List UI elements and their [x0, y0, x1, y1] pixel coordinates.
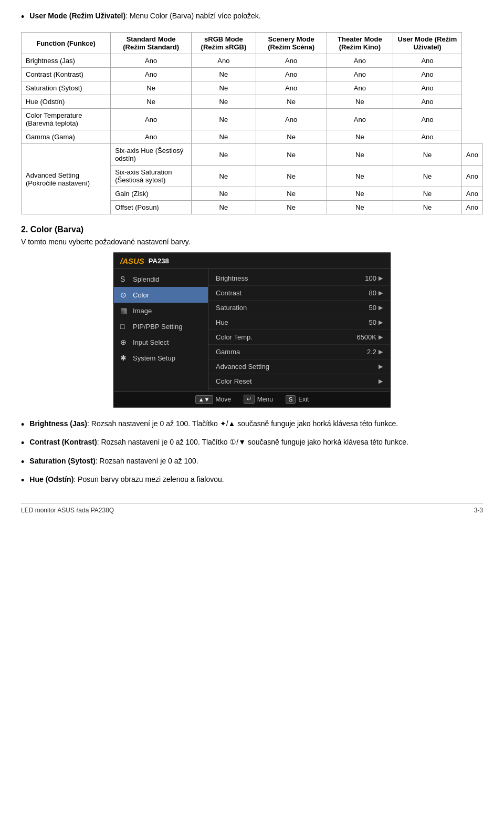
- cell-sub-srgb: Ne: [256, 187, 327, 201]
- cell-sub-scenery: Ne: [327, 144, 393, 166]
- osd-menu-icon: □: [120, 322, 129, 331]
- osd-menu-item-splendid[interactable]: SSplendid: [114, 271, 208, 287]
- osd-row-value: ▶: [379, 378, 383, 385]
- table-header-row: Function (Funkce) Standard Mode (Režim S…: [22, 33, 483, 54]
- bullet-dot: •: [21, 11, 24, 24]
- col-user: User Mode (Režim Uživatel): [393, 33, 462, 54]
- bullet-text: Brightness (Jas): Rozsah nastavení je 0 …: [29, 418, 483, 429]
- osd-content-row: Color Reset ▶: [208, 374, 390, 389]
- cell-sub-name: Gain (Zisk): [111, 187, 192, 201]
- osd-row-arrow: ▶: [379, 348, 383, 355]
- bottom-bullet-item: • Hue (Odstín): Posun barvy obrazu mezi …: [21, 474, 483, 487]
- osd-content: Brightness 100 ▶ Contrast 80 ▶ Saturatio…: [208, 269, 390, 391]
- osd-menu-item-image[interactable]: ▦Image: [114, 303, 208, 318]
- osd-menu-item-input-select[interactable]: ⊕Input Select: [114, 334, 208, 350]
- bullet-rest: : Posun barvy obrazu mezi zelenou a fial…: [74, 475, 224, 483]
- table-row: Brightness (Jas) Ano Ano Ano Ano Ano: [22, 54, 483, 68]
- cell-srgb: Ne: [192, 68, 256, 81]
- osd-footer-label: Exit: [298, 396, 309, 403]
- osd-row-label: Advanced Setting: [216, 363, 269, 370]
- osd-menu-icon: ✱: [120, 354, 129, 362]
- osd-menu-icon: ⊕: [120, 338, 129, 346]
- osd-row-value: 80 ▶: [369, 289, 383, 297]
- osd-header: /ASUS PA238: [114, 253, 390, 269]
- cell-user: Ano: [393, 130, 462, 144]
- osd-row-label: Color Temp.: [216, 333, 253, 341]
- cell-name: Saturation (Sytost): [22, 81, 111, 95]
- bottom-bullets-section: • Brightness (Jas): Rozsah nastavení je …: [21, 418, 483, 487]
- osd-footer-item: ▲▼Move: [195, 395, 231, 404]
- cell-scenery: Ne: [256, 130, 327, 144]
- cell-name: Brightness (Jas): [22, 54, 111, 68]
- intro-text: User Mode (Režim Uživatel): Menu Color (…: [29, 11, 483, 22]
- osd-menu-label: PIP/PBP Setting: [133, 323, 182, 331]
- osd-menu-label: Splendid: [133, 275, 160, 283]
- osd-footer-item: SExit: [286, 395, 309, 404]
- bottom-bullet-item: • Saturation (Sytost): Rozsah nastavení …: [21, 456, 483, 469]
- osd-menu-label: System Setup: [133, 354, 175, 362]
- osd-row-arrow: ▶: [379, 275, 383, 282]
- cell-sub-user: Ano: [461, 166, 482, 187]
- table-row: Gamma (Gama) Ano Ne Ne Ne Ano: [22, 130, 483, 144]
- osd-sidebar: SSplendid⊙Color▦Image□PIP/PBP Setting⊕In…: [114, 269, 208, 391]
- osd-value-text: 50: [369, 304, 376, 312]
- cell-user: Ano: [393, 95, 462, 109]
- cell-scenery: Ano: [256, 68, 327, 81]
- osd-value-text: 6500K: [356, 333, 376, 341]
- cell-sub-theater: Ne: [393, 201, 462, 214]
- osd-footer: ▲▼Move↵MenuSExit: [114, 391, 390, 407]
- bullet-dot: •: [21, 437, 24, 450]
- osd-row-value: 6500K ▶: [356, 333, 383, 341]
- osd-row-arrow: ▶: [379, 378, 383, 385]
- bullet-text: Hue (Odstín): Posun barvy obrazu mezi ze…: [29, 474, 483, 485]
- osd-content-row: Advanced Setting ▶: [208, 359, 390, 374]
- osd-row-arrow: ▶: [379, 334, 383, 341]
- bullet-dot: •: [21, 456, 24, 469]
- cell-standard: Ne: [111, 81, 192, 95]
- osd-row-value: ▶: [379, 363, 383, 370]
- intro-bold: User Mode (Režim Uživatel): [29, 12, 125, 20]
- table-row: Advanced Setting (Pokročilé nastavení) S…: [22, 144, 483, 166]
- osd-row-label: Saturation: [216, 304, 247, 312]
- cell-sub-scenery: Ne: [327, 201, 393, 214]
- cell-theater: Ano: [327, 109, 393, 130]
- bullet-dot: •: [21, 418, 24, 431]
- osd-content-row: Hue 50 ▶: [208, 315, 390, 330]
- osd-value-text: 100: [365, 274, 376, 282]
- osd-menu-item-color[interactable]: ⊙Color: [114, 287, 208, 303]
- osd-row-label: Hue: [216, 318, 228, 326]
- cell-sub-user: Ano: [461, 187, 482, 201]
- cell-sub-srgb: Ne: [256, 166, 327, 187]
- cell-theater: Ano: [327, 68, 393, 81]
- osd-row-label: Color Reset: [216, 377, 252, 385]
- osd-content-row: Gamma 2.2 ▶: [208, 345, 390, 359]
- osd-menu-item-system-setup[interactable]: ✱System Setup: [114, 350, 208, 366]
- cell-srgb: Ne: [192, 109, 256, 130]
- bullet-bold: Hue (Odstín): [29, 475, 74, 483]
- osd-row-arrow: ▶: [379, 304, 383, 311]
- cell-srgb: Ano: [192, 54, 256, 68]
- bullet-rest: : Rozsah nastavení je 0 až 100. Tlačítko…: [87, 419, 398, 428]
- cell-scenery: Ano: [256, 81, 327, 95]
- osd-content-row: Brightness 100 ▶: [208, 271, 390, 286]
- bullet-rest: : Rozsah nastavení je 0 až 100.: [96, 457, 198, 465]
- osd-content-row: Color Temp. 6500K ▶: [208, 330, 390, 345]
- intro-bullet: • User Mode (Režim Uživatel): Menu Color…: [21, 11, 483, 24]
- cell-srgb: Ne: [192, 130, 256, 144]
- section-2-intro: V tomto menu vyberte požadované nastaven…: [21, 238, 483, 246]
- cell-sub-name: Six-axis Saturation (Šestiosá sytost): [111, 166, 192, 187]
- cell-name: Hue (Odstín): [22, 95, 111, 109]
- cell-sub-scenery: Ne: [327, 187, 393, 201]
- col-scenery: Scenery Mode (Režim Scéna): [256, 33, 327, 54]
- osd-value-text: 80: [369, 289, 376, 297]
- bullet-bold: Brightness (Jas): [29, 419, 87, 428]
- cell-standard: Ano: [111, 68, 192, 81]
- osd-menu-icon: ▦: [120, 306, 129, 315]
- cell-sub-scenery: Ne: [327, 166, 393, 187]
- osd-footer-item: ↵Menu: [244, 395, 273, 404]
- bullet-text: Saturation (Sytost): Rozsah nastavení je…: [29, 456, 483, 467]
- osd-row-label: Brightness: [216, 274, 248, 282]
- osd-menu-item-pip/pbp-setting[interactable]: □PIP/PBP Setting: [114, 318, 208, 334]
- table-row: Color Temperature (Barevná teplota) Ano …: [22, 109, 483, 130]
- cell-theater: Ano: [327, 54, 393, 68]
